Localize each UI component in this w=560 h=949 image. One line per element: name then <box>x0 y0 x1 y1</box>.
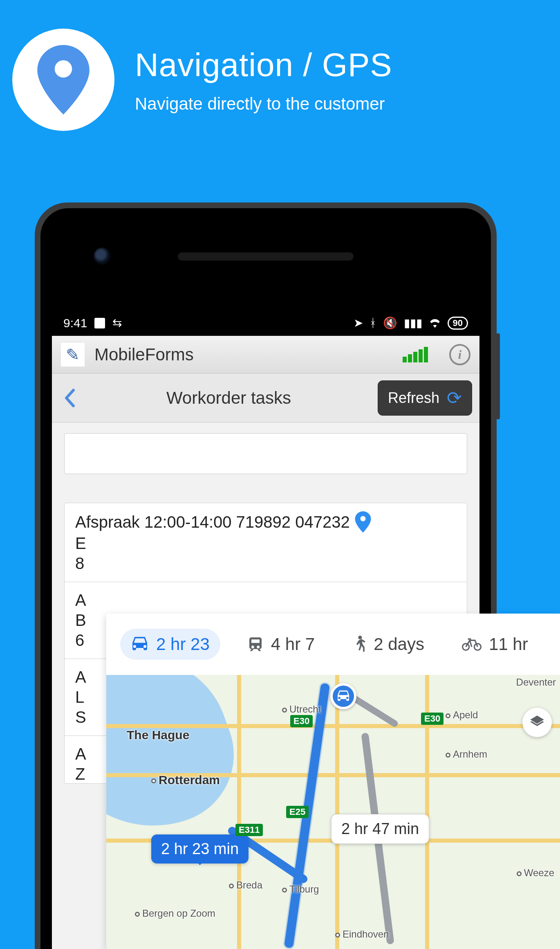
city-label: Bergen op Zoom <box>135 908 215 919</box>
hero-icon-circle <box>12 29 114 131</box>
phone-camera <box>94 247 111 265</box>
route-start-pin-icon <box>330 683 356 709</box>
walk-icon <box>352 635 366 653</box>
location-pin-icon <box>37 45 90 115</box>
refresh-button-label: Refresh <box>388 389 439 407</box>
city-label: The Hague <box>127 728 189 742</box>
back-button[interactable] <box>59 380 80 416</box>
road-shield: E25 <box>286 806 309 818</box>
sub-header: Workorder tasks Refresh ⟳ <box>52 373 479 423</box>
maps-tab-walk[interactable]: 2 days <box>342 629 435 660</box>
task-location-pin-icon[interactable] <box>355 511 371 533</box>
svg-point-3 <box>463 643 469 650</box>
chevron-left-icon <box>64 389 75 407</box>
sync-strength-icon <box>403 347 428 362</box>
city-label: Tilburg <box>282 884 319 895</box>
city-label: Rotterdam <box>151 773 220 787</box>
car-icon <box>131 637 149 652</box>
hero-subtitle: Navigate directly to the customer <box>135 94 392 114</box>
refresh-icon: ⟳ <box>447 387 462 408</box>
vibrate-icon: 🔇 <box>383 317 397 329</box>
svg-point-2 <box>358 636 362 639</box>
train-icon <box>247 636 264 652</box>
app-logo-icon: ✎ <box>61 343 85 367</box>
task-line: E <box>75 534 456 553</box>
tab-bike-time: 11 hr <box>489 634 528 654</box>
task-title: Afspraak 12:00-14:00 719892 047232 <box>75 513 350 531</box>
task-line: A <box>75 591 456 609</box>
bike-icon <box>462 638 482 651</box>
sync-icon: ⇆ <box>112 317 122 329</box>
route-alt-time-bubble[interactable]: 2 hr 47 min <box>331 814 429 844</box>
maps-tab-transit[interactable]: 4 hr 7 <box>237 629 325 660</box>
tab-car-time: 2 hr 23 <box>156 634 210 654</box>
status-app-icon <box>94 318 105 328</box>
city-label: Breda <box>229 879 262 891</box>
map-layers-button[interactable] <box>522 708 552 737</box>
maps-tab-bike[interactable]: 11 hr <box>451 629 539 660</box>
map-canvas[interactable]: 2 hr 23 min 2 hr 47 min E30 E25 E311 E30… <box>106 675 560 949</box>
road-shield: E30 <box>290 715 313 727</box>
road-shield: E311 <box>235 824 263 836</box>
wifi-icon <box>429 318 441 328</box>
hero-title: Navigation / GPS <box>135 46 392 84</box>
battery-level: 90 <box>448 317 468 330</box>
city-label: Arnhem <box>446 749 487 760</box>
tab-transit-time: 4 hr 7 <box>271 634 315 654</box>
city-label: Deventer <box>516 677 556 688</box>
maps-route-panel: 2 hr 23 4 hr 7 2 days 11 hr <box>106 614 560 949</box>
bluetooth-icon: ᚼ <box>370 317 376 329</box>
maps-tab-car[interactable]: 2 hr 23 <box>120 629 220 660</box>
route-main-time-bubble[interactable]: 2 hr 23 min <box>151 834 249 864</box>
android-status-bar: 9:41 ⇆ ➤ ᚼ 🔇 ▮▮▮ 90 <box>52 310 479 336</box>
city-label: Weeze <box>517 867 554 879</box>
city-label: Eindhoven <box>335 929 389 940</box>
svg-point-1 <box>360 516 365 521</box>
info-button[interactable]: i <box>449 344 470 365</box>
refresh-button[interactable]: Refresh ⟳ <box>378 380 472 416</box>
cell-signal-icon: ▮▮▮ <box>404 317 422 329</box>
app-header: ✎ MobileForms i <box>52 336 479 373</box>
maps-transport-tabs: 2 hr 23 4 hr 7 2 days 11 hr <box>106 614 560 675</box>
road-shield: E30 <box>421 713 444 725</box>
search-input[interactable] <box>64 433 467 474</box>
phone-side-button <box>496 333 500 419</box>
city-label: Utrecht <box>282 704 321 715</box>
tab-walk-time: 2 days <box>374 634 424 654</box>
city-label: Apeld <box>446 709 478 721</box>
svg-point-4 <box>474 643 481 650</box>
status-time: 9:41 <box>63 316 87 330</box>
layers-icon <box>529 714 545 731</box>
svg-point-0 <box>55 60 72 78</box>
app-title: MobileForms <box>94 345 393 364</box>
phone-speaker <box>178 252 354 261</box>
task-line: 8 <box>75 554 456 573</box>
page-title: Workorder tasks <box>85 388 373 408</box>
hero: Navigation / GPS Navigate directly to th… <box>0 0 560 139</box>
location-arrow-icon: ➤ <box>354 317 363 329</box>
